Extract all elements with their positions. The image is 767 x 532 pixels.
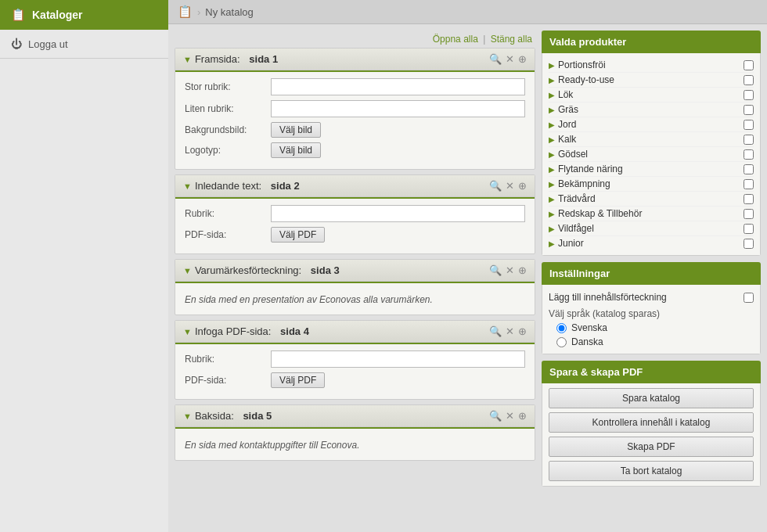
danska-radio-row: Danska bbox=[549, 335, 754, 349]
product-arrow: ▶ bbox=[549, 210, 555, 218]
product-checkbox[interactable] bbox=[744, 239, 754, 249]
product-name: Junior bbox=[558, 238, 584, 249]
power-icon: ⏻ bbox=[11, 38, 22, 50]
spara-panel: Spara & skapa PDF Spara katalogKontrolle… bbox=[542, 361, 761, 487]
section-arrow: ▼ bbox=[183, 266, 192, 275]
save-action-button[interactable]: Spara katalog bbox=[549, 388, 754, 408]
product-checkbox[interactable] bbox=[744, 179, 754, 189]
product-checkbox[interactable] bbox=[744, 75, 754, 85]
search-icon[interactable]: 🔍 bbox=[489, 53, 502, 65]
choose-file-button[interactable]: Välj PDF bbox=[271, 227, 325, 243]
product-name: Redskap & Tillbehör bbox=[558, 208, 642, 219]
form-row: Logotyp:Välj bild bbox=[185, 142, 525, 158]
product-name: Jord bbox=[558, 119, 576, 130]
section-header-varumärke: ▼ Varumärkesförteckning: sida 3 🔍 ✕ ⊕ bbox=[175, 260, 535, 282]
search-icon[interactable]: 🔍 bbox=[489, 180, 502, 192]
form-row: Bakgrundsbild:Välj bild bbox=[185, 122, 525, 138]
breadcrumb: 📋 › Ny katalog bbox=[168, 0, 767, 24]
book-icon: 📋 bbox=[11, 8, 26, 22]
oppna-alla-link[interactable]: Öppna alla bbox=[433, 34, 478, 45]
product-name: Lök bbox=[558, 89, 573, 100]
product-arrow: ▶ bbox=[549, 76, 555, 84]
inneh-setting-row: Lägg till innehållsförteckning bbox=[549, 289, 754, 305]
product-name: Portionsfröi bbox=[558, 59, 606, 70]
move-icon[interactable]: ⊕ bbox=[518, 53, 527, 65]
save-action-button[interactable]: Kontrollera innehåll i katalog bbox=[549, 412, 754, 433]
section-description: En sida med kontaktuppgifter till Econov… bbox=[185, 435, 525, 454]
product-checkbox[interactable] bbox=[744, 194, 754, 204]
inneh-checkbox[interactable] bbox=[744, 293, 754, 303]
top-links: Öppna alla | Stäng alla bbox=[175, 31, 535, 48]
move-icon[interactable]: ⊕ bbox=[518, 410, 527, 422]
product-name: Trädvård bbox=[558, 193, 596, 204]
move-icon[interactable]: ⊕ bbox=[518, 325, 527, 337]
close-icon[interactable]: ✕ bbox=[506, 410, 514, 422]
close-icon[interactable]: ✕ bbox=[506, 180, 514, 192]
danska-label: Danska bbox=[571, 336, 603, 347]
save-action-button[interactable]: Ta bort katalog bbox=[549, 461, 754, 481]
sections-column: Öppna alla | Stäng alla ▼ Framsida: sida… bbox=[175, 31, 535, 526]
product-arrow: ▶ bbox=[549, 165, 555, 174]
section-baksida: ▼ Baksida: sida 5 🔍 ✕ ⊕ En sida med kont… bbox=[175, 404, 535, 461]
close-icon[interactable]: ✕ bbox=[506, 264, 514, 276]
svenska-label: Svenska bbox=[571, 322, 607, 333]
product-item: ▶ Vildfågel bbox=[549, 221, 754, 236]
product-name: Gräs bbox=[558, 104, 578, 115]
close-icon[interactable]: ✕ bbox=[506, 53, 514, 65]
product-item: ▶ Lök bbox=[549, 88, 754, 102]
product-arrow: ▶ bbox=[549, 106, 555, 114]
product-checkbox[interactable] bbox=[744, 224, 754, 234]
form-row: Stor rubrik: bbox=[185, 78, 525, 95]
choose-file-button[interactable]: Välj bild bbox=[271, 142, 321, 158]
form-label: Rubrik: bbox=[185, 208, 271, 219]
sidebar-item-kataloger[interactable]: 📋 Kataloger bbox=[0, 0, 168, 30]
installningar-panel: Inställningar Lägg till innehållsförteck… bbox=[542, 262, 761, 354]
search-icon[interactable]: 🔍 bbox=[489, 325, 502, 337]
sidebar-item-logga-ut[interactable]: ⏻ Logga ut bbox=[0, 30, 168, 59]
sidebar: 📋 Kataloger ⏻ Logga ut bbox=[0, 0, 168, 532]
product-name: Kalk bbox=[558, 134, 576, 145]
close-icon[interactable]: ✕ bbox=[506, 325, 514, 337]
text-input[interactable] bbox=[271, 205, 525, 222]
choose-file-button[interactable]: Välj PDF bbox=[271, 372, 325, 388]
product-checkbox[interactable] bbox=[744, 90, 754, 100]
save-action-button[interactable]: Skapa PDF bbox=[549, 437, 754, 457]
text-input[interactable] bbox=[271, 100, 525, 117]
move-icon[interactable]: ⊕ bbox=[518, 264, 527, 276]
search-icon[interactable]: 🔍 bbox=[489, 264, 502, 276]
danska-radio[interactable] bbox=[556, 337, 567, 347]
section-infoga: ▼ Infoga PDF-sida: sida 4 🔍 ✕ ⊕ Rubrik:P… bbox=[175, 320, 535, 400]
save-buttons-body: Spara katalogKontrollera innehåll i kata… bbox=[542, 383, 761, 487]
section-body-baksida: En sida med kontaktuppgifter till Econov… bbox=[175, 429, 535, 460]
section-arrow: ▼ bbox=[183, 182, 192, 191]
text-input[interactable] bbox=[271, 350, 525, 368]
section-arrow: ▼ bbox=[183, 412, 192, 421]
product-arrow: ▶ bbox=[549, 91, 555, 99]
product-name: Bekämpning bbox=[558, 178, 610, 189]
product-item: ▶ Bekämpning bbox=[549, 177, 754, 192]
product-arrow: ▶ bbox=[549, 135, 555, 144]
product-checkbox[interactable] bbox=[744, 164, 754, 174]
stang-alla-link[interactable]: Stäng alla bbox=[491, 34, 532, 45]
product-checkbox[interactable] bbox=[744, 120, 754, 130]
form-label: Bakgrundsbild: bbox=[185, 124, 271, 135]
svenska-radio[interactable] bbox=[556, 323, 567, 333]
product-checkbox[interactable] bbox=[744, 149, 754, 160]
breadcrumb-separator: › bbox=[197, 6, 200, 18]
section-header-framsida: ▼ Framsida: sida 1 🔍 ✕ ⊕ bbox=[175, 49, 535, 70]
text-input[interactable] bbox=[271, 78, 525, 95]
move-icon[interactable]: ⊕ bbox=[518, 180, 527, 192]
section-body-infoga: Rubrik:PDF-sida:Välj PDF bbox=[175, 344, 535, 399]
product-checkbox[interactable] bbox=[744, 60, 754, 70]
valda-produkter-header: Valda produkter bbox=[542, 31, 761, 53]
choose-file-button[interactable]: Välj bild bbox=[271, 122, 321, 138]
section-arrow: ▼ bbox=[183, 55, 192, 64]
section-arrow: ▼ bbox=[183, 327, 192, 336]
product-checkbox[interactable] bbox=[744, 135, 754, 145]
product-checkbox[interactable] bbox=[744, 105, 754, 115]
installningar-header: Inställningar bbox=[542, 262, 761, 285]
search-icon[interactable]: 🔍 bbox=[489, 410, 502, 422]
product-checkbox[interactable] bbox=[744, 209, 754, 219]
product-arrow: ▶ bbox=[549, 180, 555, 189]
form-row: Liten rubrik: bbox=[185, 100, 525, 117]
